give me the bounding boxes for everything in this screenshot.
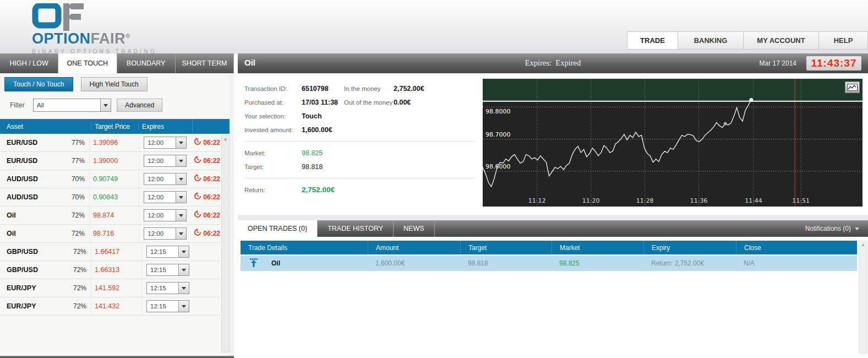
svg-text:11:36: 11:36 — [690, 197, 708, 204]
expiry-select-value: 12:00 — [144, 139, 176, 146]
open-trades-scrollbar[interactable]: ▲ — [859, 241, 867, 354]
chevron-down-icon[interactable] — [178, 264, 189, 275]
asset-name: GBP/USD — [7, 266, 38, 274]
current-date: Mar 17 2014 — [760, 59, 796, 67]
asset-row-eurusd-1[interactable]: EUR/USD77% 1.39096 12:00 06:22 — [0, 134, 220, 152]
expiry-select[interactable]: 12:00 — [144, 155, 187, 167]
chevron-down-icon[interactable] — [176, 228, 186, 239]
return-label: Return: — [244, 187, 302, 193]
chevron-down-icon[interactable] — [176, 210, 186, 221]
asset-name: Oil — [7, 230, 16, 237]
svg-text:11:44: 11:44 — [745, 197, 762, 204]
in-the-money-label: In the money — [344, 85, 394, 92]
asset-name: EUR/USD — [7, 139, 37, 147]
svg-text:98.7000: 98.7000 — [485, 131, 511, 138]
column-header-asset: Asset — [0, 123, 91, 131]
expiry-select-value: 12:00 — [144, 194, 176, 200]
chevron-down-icon[interactable] — [176, 192, 186, 203]
tab-high-low[interactable]: HIGH / LOW — [0, 53, 58, 73]
chevron-down-icon[interactable] — [178, 301, 189, 312]
asset-name: EUR/JPY — [7, 302, 36, 310]
tab-short-term[interactable]: SHORT TERM — [176, 53, 234, 73]
expiry-select[interactable]: 12:00 — [144, 191, 187, 203]
chevron-down-icon[interactable] — [178, 246, 189, 257]
asset-target-price: 98.716 — [93, 230, 114, 237]
expiry-select[interactable]: 12:00 — [144, 209, 187, 221]
your-selection-label: Your selection: — [244, 113, 302, 120]
chevron-down-icon[interactable] — [176, 137, 186, 148]
trade-header-bar: Oil Expires: Expired Mar 17 2014 11:43:3… — [238, 53, 868, 73]
svg-text:11:20: 11:20 — [582, 197, 600, 204]
asset-target-price: 1.66313 — [95, 266, 119, 274]
high-yield-touch-button[interactable]: High Yield Touch — [81, 77, 148, 91]
tab-trade-history[interactable]: TRADE HISTORY — [318, 220, 394, 237]
trade-expiry-return: Return: 2,752.00€ — [643, 259, 736, 267]
trade-details: Transaction ID: 6510798 In the money 2,7… — [244, 82, 476, 197]
chevron-down-icon[interactable] — [176, 173, 186, 185]
transaction-id-value: 6510798 — [302, 85, 344, 93]
registered-mark: ® — [125, 32, 130, 39]
notifications-toggle[interactable]: Notifications (0) — [805, 220, 868, 237]
asset-target-price: 1.39000 — [93, 157, 118, 165]
asset-name: EUR/USD — [7, 157, 37, 165]
trade-target: 98.818 — [460, 259, 552, 267]
asset-target-price: 1.39096 — [93, 139, 118, 147]
column-header-blank — [192, 119, 230, 134]
asset-payout: 72% — [72, 230, 89, 237]
chart-type-button[interactable] — [845, 82, 860, 93]
expiry-select[interactable]: 12:00 — [144, 137, 187, 149]
asset-target-price: 0.90843 — [93, 193, 118, 201]
svg-text:11:28: 11:28 — [636, 197, 654, 204]
asset-row-oil-1[interactable]: Oil72% 98.874 12:00 06:22 — [0, 207, 220, 225]
nav-tab-help[interactable]: HELP — [818, 31, 868, 50]
asset-row-eurjpy-1[interactable]: EUR/JPY72% 141.592 12:15 — [0, 279, 220, 297]
expiry-select[interactable]: 12:15 — [146, 264, 189, 276]
expiry-select-value: 12:00 — [144, 212, 176, 219]
expiry-select[interactable]: 12:00 — [144, 173, 187, 185]
column-header-expiry: Expiry — [643, 241, 736, 254]
asset-target-price: 141.432 — [95, 302, 119, 310]
asset-row-audusd-1[interactable]: AUD/USD70% 0.90749 12:00 06:22 — [0, 170, 220, 188]
chevron-down-icon[interactable] — [100, 99, 111, 111]
countdown-text: 06:22 — [203, 211, 220, 219]
expiry-select[interactable]: 12:15 — [146, 300, 189, 312]
column-header-target-price: Target Price — [91, 123, 138, 131]
nav-tab-banking[interactable]: BANKING — [678, 31, 743, 50]
chevron-down-icon[interactable] — [176, 155, 186, 166]
asset-payout: 72% — [73, 266, 91, 274]
countdown-text: 06:22 — [203, 193, 220, 201]
asset-list-scrollbar[interactable]: ▲ — [221, 135, 230, 352]
trade-market: 98.825 — [552, 259, 643, 267]
scroll-up-icon[interactable]: ▲ — [859, 241, 867, 249]
tab-one-touch[interactable]: ONE TOUCH — [58, 53, 117, 73]
notifications-label: Notifications (0) — [805, 225, 851, 232]
asset-row-eurjpy-2[interactable]: EUR/JPY72% 141.432 12:15 — [0, 297, 220, 316]
asset-row-gbpusd-1[interactable]: GBP/USD72% 1.66417 12:15 — [0, 243, 220, 261]
panel-gap — [238, 215, 868, 220]
expiry-select[interactable]: 12:15 — [146, 282, 189, 294]
nav-tab-my-account[interactable]: MY ACCOUNT — [743, 31, 818, 50]
tab-news[interactable]: NEWS — [394, 220, 435, 237]
expiry-select[interactable]: 12:15 — [146, 246, 189, 258]
nav-tab-trade[interactable]: TRADE — [627, 31, 678, 50]
filter-select[interactable]: All — [33, 99, 111, 112]
open-trade-row-oil[interactable]: Oil 1,600.00€ 98.818 98.825 Return: 2,75… — [241, 256, 857, 271]
tab-boundary[interactable]: BOUNDARY — [117, 53, 176, 73]
tab-open-trades[interactable]: OPEN TRADES (0) — [238, 220, 318, 237]
expiry-select[interactable]: 12:00 — [144, 227, 187, 240]
advanced-filter-button[interactable]: Advanced — [117, 99, 162, 112]
asset-row-eurusd-2[interactable]: EUR/USD77% 1.39000 12:00 06:22 — [0, 152, 220, 170]
option-type-tabs: HIGH / LOW ONE TOUCH BOUNDARY SHORT TERM — [0, 53, 234, 73]
scroll-up-icon[interactable]: ▲ — [222, 135, 229, 143]
asset-row-audusd-2[interactable]: AUD/USD70% 0.90843 12:00 06:22 — [0, 188, 220, 207]
countdown-text: 06:22 — [203, 157, 220, 165]
trade-asset-name: Oil — [271, 259, 280, 267]
asset-table: EUR/USD77% 1.39096 12:00 06:22 EUR/USD77… — [0, 134, 220, 316]
countdown-clock-icon — [194, 210, 201, 220]
asset-row-gbpusd-2[interactable]: GBP/USD72% 1.66313 12:15 — [0, 261, 220, 279]
asset-row-oil-2[interactable]: Oil72% 98.716 12:00 06:22 — [0, 225, 220, 243]
column-header-amount: Amount — [368, 241, 460, 254]
invested-amount-label: Invested amount: — [244, 127, 302, 133]
touch-no-touch-button[interactable]: Touch / No Touch — [4, 77, 73, 91]
chevron-down-icon[interactable] — [178, 283, 189, 294]
